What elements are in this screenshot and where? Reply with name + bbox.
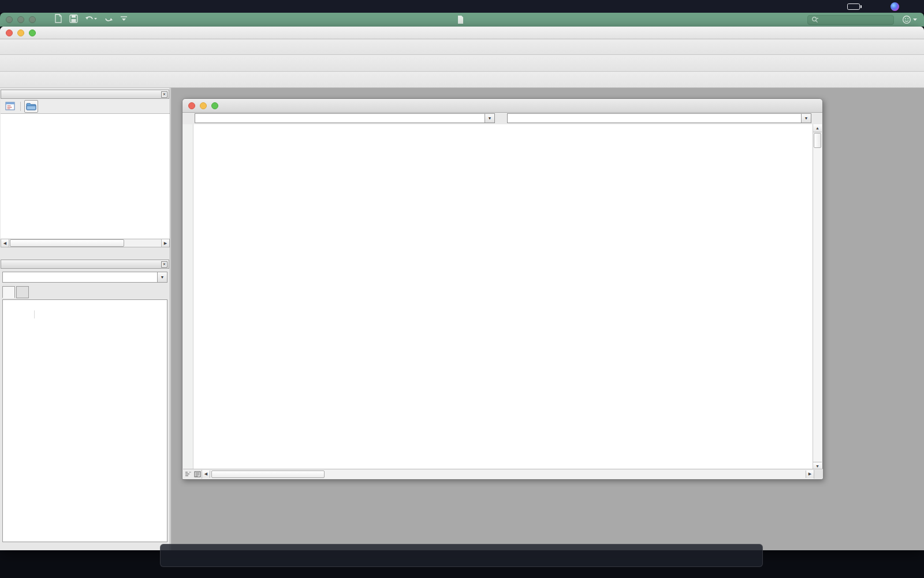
redo-icon[interactable] bbox=[105, 14, 113, 25]
save-icon[interactable] bbox=[69, 14, 78, 25]
code-editor-body bbox=[183, 124, 814, 470]
view-code-icon[interactable] bbox=[3, 100, 17, 113]
scroll-right-icon[interactable]: ▶ bbox=[161, 239, 169, 247]
close-icon[interactable] bbox=[188, 102, 195, 109]
excel-traffic-lights[interactable] bbox=[0, 16, 40, 23]
close-icon[interactable]: × bbox=[161, 261, 167, 268]
minimize-icon[interactable] bbox=[200, 102, 207, 109]
spotlight-search-icon[interactable] bbox=[871, 0, 884, 13]
code-dropdown-row: ▼ ▼ bbox=[182, 113, 822, 124]
project-tree bbox=[1, 114, 170, 239]
code-editor[interactable] bbox=[193, 124, 814, 470]
window-tile-icon[interactable] bbox=[773, 0, 786, 13]
minimize-icon[interactable] bbox=[17, 16, 24, 23]
search-icon bbox=[811, 16, 818, 23]
menubar-status-area bbox=[756, 0, 924, 13]
project-panel-toolbar bbox=[1, 99, 170, 114]
code-hscrollbar[interactable]: ◀ ▶ bbox=[202, 470, 814, 479]
zoom-icon[interactable] bbox=[29, 16, 36, 23]
project-tree-hscrollbar[interactable]: ◀ ▶ bbox=[1, 239, 170, 247]
vba-workspace: × ◀ ▶ × ▼ bbox=[0, 88, 924, 550]
close-icon[interactable] bbox=[6, 16, 13, 23]
wifi-icon[interactable] bbox=[825, 0, 838, 13]
macos-dock bbox=[160, 544, 763, 567]
chevron-down-icon[interactable]: ▼ bbox=[801, 114, 811, 123]
properties-tabs bbox=[2, 286, 30, 298]
macos-menubar bbox=[0, 0, 924, 13]
vba-traffic-lights[interactable] bbox=[0, 29, 40, 36]
new-document-icon[interactable] bbox=[54, 14, 62, 25]
close-icon[interactable]: × bbox=[161, 91, 167, 98]
scroll-right-icon[interactable]: ▶ bbox=[806, 470, 814, 478]
vba-titlebar bbox=[0, 27, 924, 39]
scrollbar-thumb[interactable] bbox=[814, 133, 821, 148]
object-selector-dropdown[interactable]: ▼ bbox=[2, 272, 167, 283]
full-module-view-icon[interactable] bbox=[193, 470, 202, 478]
chevron-down-icon[interactable]: ▼ bbox=[485, 114, 494, 123]
menubar-menus bbox=[0, 0, 17, 13]
undo-icon[interactable] bbox=[85, 14, 98, 25]
zoom-icon[interactable] bbox=[29, 29, 36, 36]
properties-panel-header: × bbox=[1, 260, 169, 269]
battery-icon[interactable] bbox=[847, 3, 862, 10]
code-window-titlebar bbox=[182, 99, 822, 113]
procedure-dropdown[interactable]: ▼ bbox=[507, 113, 811, 123]
procedure-view-icon[interactable] bbox=[184, 470, 192, 478]
toolbar-options-icon[interactable] bbox=[120, 14, 128, 25]
standard-toolbar bbox=[0, 39, 924, 55]
code-window-traffic-lights[interactable] bbox=[182, 102, 223, 109]
chevron-down-icon[interactable]: ▼ bbox=[157, 272, 167, 282]
left-panels-column: × ◀ ▶ × ▼ bbox=[0, 88, 170, 550]
toggle-folders-icon[interactable] bbox=[24, 100, 38, 113]
scrollbar-thumb[interactable] bbox=[211, 470, 325, 478]
scroll-up-icon[interactable]: ▲ bbox=[813, 124, 822, 132]
tab-categorized[interactable] bbox=[16, 286, 29, 298]
code-vscrollbar[interactable]: ▲ ▼ bbox=[813, 124, 822, 470]
breakpoint-margin[interactable] bbox=[183, 124, 193, 470]
search-input[interactable] bbox=[807, 15, 894, 25]
code-window: ▼ ▼ ▲ ▼ bbox=[182, 98, 823, 480]
tab-alphabetic[interactable] bbox=[2, 286, 15, 298]
project-panel-header: × bbox=[1, 90, 169, 99]
feedback-smiley-icon[interactable] bbox=[902, 15, 917, 24]
bluetooth-icon[interactable] bbox=[808, 0, 821, 13]
scroll-left-icon[interactable]: ◀ bbox=[202, 470, 210, 478]
vba-editor-window: × ◀ ▶ × ▼ bbox=[0, 27, 924, 550]
sheet-search-field[interactable] bbox=[821, 16, 878, 24]
properties-grid bbox=[2, 299, 167, 542]
volume-icon[interactable] bbox=[791, 0, 803, 13]
scroll-left-icon[interactable]: ◀ bbox=[1, 239, 9, 247]
icloud-upload-icon[interactable] bbox=[756, 0, 769, 13]
document-icon bbox=[457, 16, 464, 24]
zoom-icon[interactable] bbox=[211, 102, 218, 109]
excel-window-titlebar bbox=[0, 13, 924, 27]
apple-menu-icon[interactable] bbox=[7, 0, 17, 13]
object-dropdown[interactable]: ▼ bbox=[195, 113, 495, 123]
close-icon[interactable] bbox=[6, 29, 13, 36]
edit-toolbar bbox=[0, 72, 924, 88]
debug-toolbar bbox=[0, 55, 924, 72]
siri-icon[interactable] bbox=[888, 0, 901, 13]
excel-quick-toolbar bbox=[54, 14, 128, 25]
mdi-background: ▼ ▼ ▲ ▼ bbox=[171, 88, 924, 550]
excel-window-title bbox=[0, 16, 924, 24]
scrollbar-thumb[interactable] bbox=[10, 239, 124, 247]
minimize-icon[interactable] bbox=[17, 29, 24, 36]
notification-center-icon[interactable] bbox=[906, 0, 918, 13]
code-window-bottombar: ◀ ▶ bbox=[183, 469, 823, 479]
